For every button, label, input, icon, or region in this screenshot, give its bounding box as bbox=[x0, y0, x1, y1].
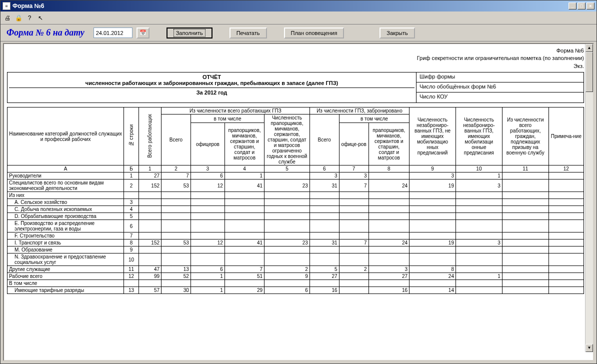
data-cell[interactable]: 7 bbox=[339, 180, 368, 192]
fill-button[interactable]: Заполнить bbox=[166, 28, 212, 38]
data-cell[interactable] bbox=[410, 246, 456, 254]
data-cell[interactable] bbox=[190, 220, 224, 232]
data-cell[interactable] bbox=[190, 232, 224, 240]
data-cell[interactable] bbox=[224, 280, 264, 287]
data-cell[interactable] bbox=[310, 280, 339, 287]
data-cell[interactable]: 1 bbox=[190, 273, 224, 280]
print-icon[interactable]: 🖨 bbox=[4, 14, 12, 22]
data-cell[interactable] bbox=[502, 254, 548, 266]
data-cell[interactable]: 13 bbox=[162, 266, 191, 273]
data-cell[interactable] bbox=[548, 180, 584, 192]
data-cell[interactable] bbox=[264, 220, 310, 232]
data-cell[interactable] bbox=[548, 266, 584, 273]
data-cell[interactable] bbox=[456, 246, 502, 254]
data-cell[interactable] bbox=[190, 246, 224, 254]
data-cell[interactable]: 51 bbox=[224, 273, 264, 280]
data-cell[interactable] bbox=[410, 220, 456, 232]
data-cell[interactable] bbox=[162, 232, 191, 240]
table-row[interactable]: I. Транспорт и связь81525312412331724193 bbox=[8, 240, 584, 246]
data-cell[interactable]: 3 bbox=[339, 172, 368, 180]
data-cell[interactable]: 16 bbox=[310, 287, 339, 294]
table-row[interactable]: M. Образование9 bbox=[8, 246, 584, 254]
data-cell[interactable] bbox=[410, 280, 456, 287]
data-cell[interactable] bbox=[410, 206, 456, 213]
data-cell[interactable] bbox=[310, 213, 339, 220]
data-cell[interactable]: 6 bbox=[190, 172, 224, 180]
data-cell[interactable] bbox=[224, 232, 264, 240]
data-cell[interactable] bbox=[138, 199, 161, 206]
data-cell[interactable] bbox=[456, 232, 502, 240]
data-cell[interactable]: 6 bbox=[264, 287, 310, 294]
table-row[interactable]: E. Производство и распределение электроэ… bbox=[8, 220, 584, 232]
data-cell[interactable]: 57 bbox=[138, 287, 161, 294]
data-cell[interactable] bbox=[190, 199, 224, 206]
data-cell[interactable] bbox=[339, 220, 368, 232]
data-cell[interactable] bbox=[264, 280, 310, 287]
data-cell[interactable] bbox=[368, 280, 410, 287]
data-cell[interactable]: 19 bbox=[410, 180, 456, 192]
minimize-button[interactable]: _ bbox=[568, 2, 576, 10]
data-cell[interactable] bbox=[264, 192, 310, 199]
data-cell[interactable] bbox=[502, 220, 548, 232]
data-cell[interactable] bbox=[339, 213, 368, 220]
data-cell[interactable]: 53 bbox=[162, 240, 191, 246]
data-cell[interactable]: 23 bbox=[264, 240, 310, 246]
data-cell[interactable]: 29 bbox=[224, 287, 264, 294]
data-cell[interactable] bbox=[138, 232, 161, 240]
data-cell[interactable] bbox=[502, 172, 548, 180]
close-window-button[interactable]: × bbox=[586, 2, 594, 10]
data-cell[interactable] bbox=[456, 199, 502, 206]
data-cell[interactable]: 52 bbox=[162, 273, 191, 280]
data-cell[interactable] bbox=[548, 232, 584, 240]
table-row[interactable]: C. Добыча полезных ископаемых4 bbox=[8, 206, 584, 213]
data-cell[interactable]: 7 bbox=[339, 240, 368, 246]
data-cell[interactable] bbox=[138, 206, 161, 213]
data-cell[interactable] bbox=[502, 199, 548, 206]
data-cell[interactable] bbox=[339, 254, 368, 266]
data-cell[interactable] bbox=[190, 206, 224, 213]
data-cell[interactable] bbox=[138, 192, 161, 199]
data-cell[interactable] bbox=[502, 266, 548, 273]
table-row[interactable]: Из них bbox=[8, 192, 584, 199]
table-row[interactable]: В том числе bbox=[8, 280, 584, 287]
data-cell[interactable] bbox=[224, 206, 264, 213]
data-cell[interactable]: 5 bbox=[310, 266, 339, 273]
data-cell[interactable] bbox=[138, 213, 161, 220]
data-cell[interactable] bbox=[502, 213, 548, 220]
data-cell[interactable] bbox=[548, 220, 584, 232]
data-cell[interactable]: 6 bbox=[190, 266, 224, 273]
date-input[interactable] bbox=[94, 28, 132, 38]
data-cell[interactable]: 3 bbox=[410, 172, 456, 180]
data-cell[interactable]: 3 bbox=[310, 172, 339, 180]
data-cell[interactable] bbox=[264, 172, 310, 180]
data-cell[interactable]: 41 bbox=[224, 240, 264, 246]
data-cell[interactable] bbox=[310, 232, 339, 240]
data-cell[interactable] bbox=[339, 280, 368, 287]
data-cell[interactable] bbox=[224, 199, 264, 206]
data-cell[interactable] bbox=[456, 192, 502, 199]
data-cell[interactable] bbox=[190, 254, 224, 266]
data-cell[interactable]: 24 bbox=[410, 273, 456, 280]
data-cell[interactable] bbox=[368, 254, 410, 266]
data-cell[interactable]: 27 bbox=[368, 273, 410, 280]
table-row[interactable]: N. Здравоохранение и предоставление соци… bbox=[8, 254, 584, 266]
data-cell[interactable] bbox=[410, 192, 456, 199]
data-cell[interactable]: 24 bbox=[368, 240, 410, 246]
data-cell[interactable] bbox=[456, 287, 502, 294]
data-cell[interactable]: 12 bbox=[190, 180, 224, 192]
lock-icon[interactable]: 🔒 bbox=[14, 14, 22, 22]
data-cell[interactable]: 27 bbox=[138, 172, 161, 180]
data-cell[interactable] bbox=[456, 280, 502, 287]
data-cell[interactable]: 1 bbox=[224, 172, 264, 180]
data-cell[interactable] bbox=[339, 192, 368, 199]
data-cell[interactable] bbox=[264, 206, 310, 213]
data-cell[interactable] bbox=[162, 206, 191, 213]
data-cell[interactable] bbox=[339, 273, 368, 280]
data-cell[interactable] bbox=[264, 199, 310, 206]
data-cell[interactable] bbox=[548, 246, 584, 254]
data-cell[interactable]: 3 bbox=[456, 240, 502, 246]
data-cell[interactable] bbox=[502, 280, 548, 287]
scroll-up-button[interactable]: ▲ bbox=[586, 44, 593, 52]
data-cell[interactable]: 23 bbox=[264, 180, 310, 192]
data-cell[interactable]: 12 bbox=[190, 240, 224, 246]
